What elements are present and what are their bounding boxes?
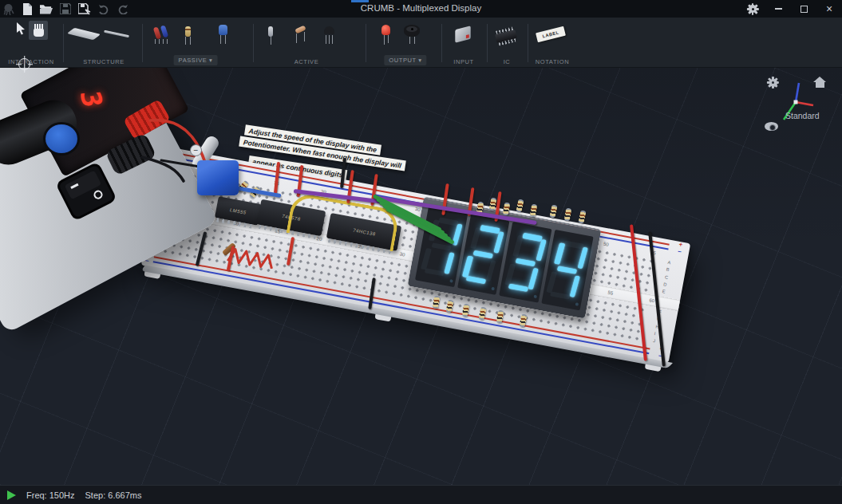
section-label: ACTIVE: [262, 58, 351, 65]
wire-tool[interactable]: [104, 33, 129, 35]
switch-icon: [455, 26, 470, 42]
section-passive: PASSIVE ▾: [147, 18, 244, 68]
scene-viewport[interactable]: 3 Adjust the speed of the display with t…: [0, 68, 842, 485]
dip-chip-tool[interactable]: [496, 32, 516, 41]
resistor[interactable]: [516, 199, 524, 212]
output-dropdown[interactable]: OUTPUT ▾: [384, 55, 426, 65]
hand-tool-selected[interactable]: [29, 21, 48, 40]
board-label: E: [662, 288, 666, 296]
section-label: INTERACTION: [5, 58, 57, 65]
glass-diode-icon: [268, 26, 273, 37]
potentiometer-adjust-handle[interactable]: −: [190, 144, 202, 156]
capacitor-icon: [219, 25, 227, 35]
glass-diode-tool[interactable]: [268, 26, 273, 37]
breadboard-icon: [67, 28, 101, 40]
minimize-button[interactable]: [765, 0, 791, 18]
section-structure: STRUCTURE: [67, 18, 140, 68]
transistor-tool[interactable]: [324, 26, 334, 34]
camera-preset-label[interactable]: Standard: [785, 111, 820, 120]
eye-visibility-icon[interactable]: [765, 122, 778, 131]
component-toolbar: INTERACTION STRUCTURE PASSIVE ▾: [0, 18, 842, 68]
capacitor-tool[interactable]: [219, 25, 227, 35]
timestep-readout: Step: 6.667ms: [85, 490, 142, 500]
transistor-icon: [324, 26, 334, 34]
settings-gear-icon[interactable]: [740, 0, 765, 18]
psu-knob-face[interactable]: [43, 122, 80, 156]
resistor-tool[interactable]: [185, 26, 191, 37]
section-label: NOTATION: [532, 58, 573, 65]
frequency-readout: Freq: 150Hz: [26, 490, 75, 500]
section-label: STRUCTURE: [67, 58, 140, 65]
maximize-button[interactable]: [791, 0, 816, 18]
board-foot: [374, 309, 392, 321]
display-digit-3: [504, 232, 547, 293]
row-letters-right-upper: ABCDE: [662, 259, 671, 296]
resistor[interactable]: [578, 210, 586, 223]
section-output: OUTPUT ▾: [374, 18, 437, 68]
section-label: IC: [490, 58, 524, 65]
buzzer-tool[interactable]: [404, 25, 420, 37]
switch-tool[interactable]: [455, 28, 471, 41]
board-foot: [645, 359, 662, 372]
wire-icon: [104, 30, 129, 38]
display-digit-2: [461, 224, 505, 285]
title-bar: CRUMB - Multiplexed Display ×: [0, 0, 842, 18]
passive-dropdown[interactable]: PASSIVE ▾: [174, 55, 218, 65]
minus-mark: −: [677, 249, 682, 256]
buzzer-icon: [404, 25, 420, 37]
switch-off-mark: [93, 189, 105, 201]
dip-chip-icon: [495, 30, 517, 43]
section-ic: IC: [490, 18, 524, 68]
play-simulation-button[interactable]: [7, 490, 16, 500]
diode-tool[interactable]: [295, 27, 306, 32]
led-icon: [381, 25, 390, 35]
resistor[interactable]: [549, 204, 557, 218]
resistor-pack-icon: [153, 26, 169, 40]
label-tag-icon: LABEL: [536, 26, 566, 42]
window-title: CRUMB - Multiplexed Display: [0, 3, 842, 13]
resistor-pack-tool[interactable]: [153, 26, 169, 40]
display-digit-4: [545, 240, 589, 301]
hand-icon: [34, 29, 44, 37]
psu-leads: [120, 84, 359, 227]
label-tag-tool[interactable]: LABEL: [536, 30, 565, 39]
section-active: ACTIVE: [262, 18, 351, 68]
potentiometer[interactable]: [197, 160, 239, 195]
led-tool[interactable]: [381, 25, 390, 35]
section-input: INPUT: [445, 18, 482, 68]
board-foot: [144, 266, 161, 279]
board-label: J: [652, 337, 657, 345]
breadboard-tool[interactable]: [70, 30, 97, 37]
app-window: CRUMB - Multiplexed Display × INTERACTIO…: [0, 0, 842, 504]
close-button[interactable]: ×: [816, 0, 842, 18]
resistor-icon: [185, 26, 191, 37]
section-interaction: INTERACTION: [5, 18, 57, 68]
chevron-down-icon: ▾: [209, 57, 212, 64]
section-notation: LABEL NOTATION: [532, 18, 573, 68]
psu-display-value: 3: [73, 89, 109, 108]
title-accent-strip: [351, 0, 369, 2]
status-bar: Freq: 150Hz Step: 6.667ms: [0, 485, 842, 504]
section-label: INPUT: [445, 58, 482, 65]
resistor[interactable]: [564, 208, 572, 222]
chevron-down-icon: ▾: [418, 57, 421, 64]
select-arrow-tool[interactable]: [15, 22, 26, 36]
